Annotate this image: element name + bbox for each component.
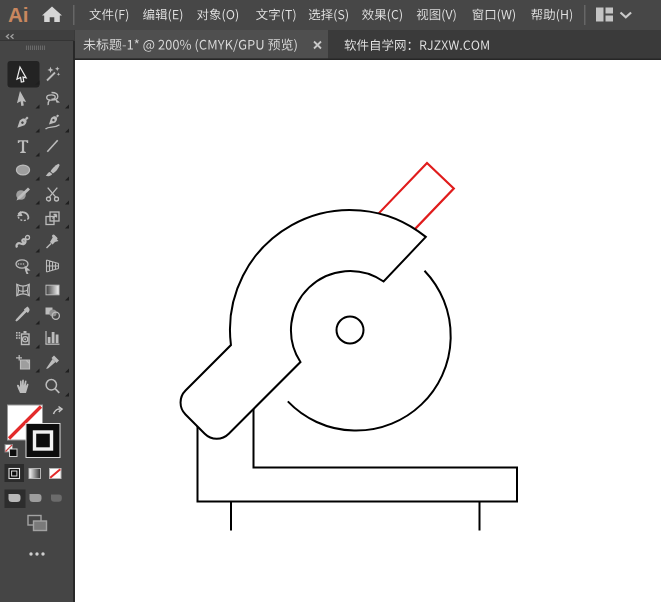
svg-text:Ai: Ai — [8, 3, 29, 26]
